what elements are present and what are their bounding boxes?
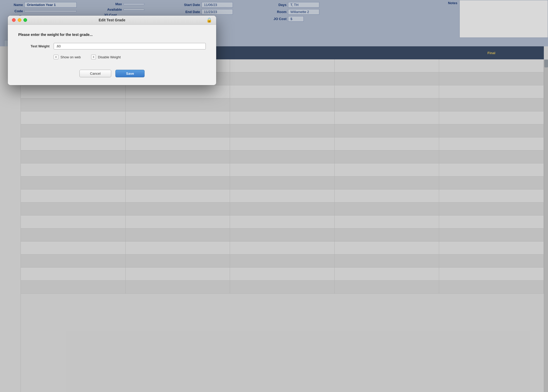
disable-weight-checkbox-item: X Disable Weight [91,55,121,59]
save-button[interactable]: Save [115,70,145,77]
lock-icon: 🔒 [206,17,212,23]
disable-weight-checkbox[interactable]: X [91,55,96,59]
disable-weight-check-mark: X [92,55,94,59]
dialog-instruction: Please enter the weight for the test gra… [18,33,206,37]
modal-overlay: Edit Test Grade 🔒 Please enter the weigh… [0,0,548,392]
show-on-web-label: Show on web [60,55,81,59]
edit-test-grade-dialog: Edit Test Grade 🔒 Please enter the weigh… [8,16,216,85]
close-button[interactable] [12,18,16,22]
test-weight-label: Test Weight [18,44,49,48]
dialog-titlebar: Edit Test Grade 🔒 [8,16,216,25]
test-weight-input[interactable] [54,43,206,49]
titlebar-buttons [12,18,27,22]
disable-weight-label: Disable Weight [98,55,121,59]
minimize-button[interactable] [18,18,21,22]
show-on-web-check-mark: X [55,55,57,59]
dialog-title: Edit Test Grade [99,18,125,22]
dialog-buttons: Cancel Save [18,67,206,77]
test-weight-row: Test Weight [18,43,206,49]
checkboxes-row: X Show on web X Disable Weight [54,55,206,59]
show-on-web-checkbox-item: X Show on web [54,55,81,59]
maximize-button[interactable] [23,18,27,22]
dialog-body: Please enter the weight for the test gra… [8,25,216,85]
cancel-button[interactable]: Cancel [79,70,111,77]
show-on-web-checkbox[interactable]: X [54,55,58,59]
